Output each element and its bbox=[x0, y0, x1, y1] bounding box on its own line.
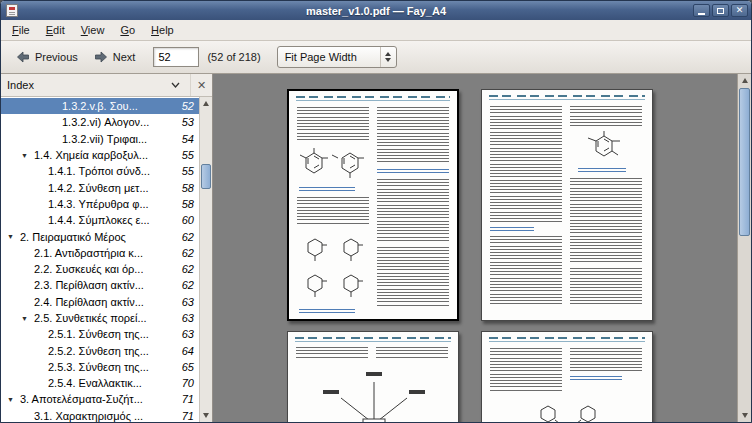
toc-item[interactable]: 2.4. Περίθλαση ακτίν...63 bbox=[1, 294, 199, 310]
toc-item-page: 52 bbox=[174, 100, 194, 112]
toc-tree: 1.3.2.v.β. Σου...521.3.2.vi) Αλογον...53… bbox=[1, 97, 199, 422]
expander-icon[interactable]: ▼ bbox=[21, 315, 34, 322]
pdf-page[interactable] bbox=[287, 331, 459, 422]
toc-item-label: 2.5.1. Σύνθεση της... bbox=[48, 328, 149, 340]
toc-item[interactable]: 2.5.1. Σύνθεση της...63 bbox=[1, 326, 199, 342]
document-view[interactable] bbox=[213, 74, 737, 422]
pdf-document-icon bbox=[6, 4, 18, 17]
minimize-button[interactable] bbox=[693, 4, 710, 17]
toc-item-page: 63 bbox=[174, 312, 194, 324]
scroll-down-button[interactable] bbox=[738, 409, 751, 422]
figure-caption-lines bbox=[490, 227, 534, 232]
toc-item-page: 58 bbox=[174, 198, 194, 210]
toc-item[interactable]: 1.3.2.vi) Αλογον...53 bbox=[1, 114, 199, 130]
pdf-page[interactable] bbox=[481, 89, 653, 321]
toc-item-page: 62 bbox=[174, 263, 194, 275]
close-icon: ✕ bbox=[736, 6, 744, 15]
chemical-structure-figure bbox=[580, 130, 636, 166]
menu-edit[interactable]: Edit bbox=[38, 21, 73, 39]
sidebar: Index ✕ 1.3.2.v.β. Σου...521.3.2.vi) Αλο… bbox=[1, 74, 213, 422]
titlebar[interactable]: master_v1.0.pdf — Fay_A4 ✕ bbox=[1, 1, 751, 20]
toc-item-label: 1.3.2.vi) Αλογον... bbox=[62, 116, 149, 128]
maximize-button[interactable] bbox=[712, 4, 729, 17]
menu-help[interactable]: Help bbox=[143, 21, 182, 39]
toc-item[interactable]: 1.3.2.v.β. Σου...52 bbox=[1, 98, 199, 114]
chemical-structure-figure bbox=[512, 392, 624, 422]
menubar: File Edit View Go Help bbox=[1, 20, 751, 41]
sidebar-scroll-thumb[interactable] bbox=[201, 164, 211, 189]
toc-item[interactable]: 1.4.3. Υπέρυθρα φ...58 bbox=[1, 196, 199, 212]
page-text-lines bbox=[490, 236, 562, 304]
window-title: master_v1.0.pdf — Fay_A4 bbox=[1, 5, 751, 17]
maximize-icon bbox=[717, 8, 724, 14]
toc-item-page: 55 bbox=[174, 165, 194, 177]
toc-item-label: 1.3.2.vii) Τριφαι... bbox=[62, 133, 147, 145]
toc-item[interactable]: 3.1. Χαρακτηρισμός ...71 bbox=[1, 408, 199, 422]
page-text-lines bbox=[377, 107, 449, 165]
sidebar-close-icon: ✕ bbox=[197, 79, 206, 92]
toc-item[interactable]: 1.4.1. Τρόποι σύνδ...55 bbox=[1, 163, 199, 179]
figure-caption-lines bbox=[578, 168, 626, 173]
toc-item[interactable]: ▼2.5. Συνθετικές πορεί...63 bbox=[1, 310, 199, 326]
zoom-combobox[interactable]: Fit Page Width bbox=[277, 46, 397, 68]
scroll-down-icon bbox=[742, 413, 748, 418]
previous-page-button[interactable]: Previous bbox=[8, 47, 86, 67]
toc-item-label: 3.1. Χαρακτηρισμός ... bbox=[34, 410, 143, 422]
toc-item[interactable]: 1.4.2. Σύνθεση μετ...58 bbox=[1, 179, 199, 195]
sidebar-view-dropdown[interactable]: Index bbox=[1, 74, 190, 96]
scroll-up-button[interactable] bbox=[200, 97, 212, 110]
next-label: Next bbox=[113, 51, 136, 63]
toc-item[interactable]: 2.5.2. Σύνθεση της...64 bbox=[1, 342, 199, 358]
toc-item-label: 1.4.3. Υπέρυθρα φ... bbox=[48, 198, 149, 210]
page-number-input[interactable] bbox=[153, 47, 199, 67]
expander-icon[interactable]: ▼ bbox=[7, 396, 20, 403]
page-text-lines bbox=[570, 106, 642, 128]
combo-spin-icons bbox=[380, 47, 396, 67]
page-text-lines bbox=[296, 347, 368, 359]
toc-item[interactable]: 1.4.4. Σύμπλοκες ε...60 bbox=[1, 212, 199, 228]
toc-item[interactable]: ▼1.4. Χημεία καρβοξυλ...55 bbox=[1, 147, 199, 163]
toolbar: Previous Next (52 of 218) Fit Page Width bbox=[1, 41, 751, 74]
toc-item[interactable]: 2.1. Αντιδραστήρια κ...62 bbox=[1, 245, 199, 261]
pdf-page[interactable] bbox=[481, 331, 653, 422]
toc-item-page: 71 bbox=[174, 410, 194, 422]
toc-item[interactable]: 2.5.3. Σύνθεση της...65 bbox=[1, 359, 199, 375]
toc-item[interactable]: ▼3. Αποτελέσματα-Συζήτ...71 bbox=[1, 391, 199, 407]
figure-caption-lines bbox=[299, 309, 355, 314]
toc-item-label: 2.4. Περίθλαση ακτίν... bbox=[34, 296, 144, 308]
toc-item-page: 62 bbox=[174, 279, 194, 291]
page-header-rule bbox=[295, 336, 451, 342]
menu-go[interactable]: Go bbox=[112, 21, 143, 39]
page-text-lines bbox=[376, 347, 448, 359]
scroll-up-button[interactable] bbox=[738, 74, 751, 87]
next-page-button[interactable]: Next bbox=[86, 47, 144, 67]
pdf-page-current[interactable] bbox=[287, 89, 459, 321]
figure-caption-lines bbox=[377, 169, 449, 174]
expander-icon[interactable]: ▼ bbox=[7, 233, 20, 240]
sidebar-scrollbar[interactable] bbox=[199, 97, 212, 422]
close-button[interactable]: ✕ bbox=[731, 4, 748, 17]
toc-item[interactable]: 2.3. Περίθλαση ακτίν...62 bbox=[1, 277, 199, 293]
toc-item-page: 63 bbox=[174, 296, 194, 308]
toc-item-page: 63 bbox=[174, 328, 194, 340]
sidebar-close-button[interactable]: ✕ bbox=[190, 74, 212, 96]
toc-item[interactable]: ▼2. Πειραματικό Μέρος62 bbox=[1, 228, 199, 244]
pdf-viewer-window: master_v1.0.pdf — Fay_A4 ✕ File Edit Vie… bbox=[0, 0, 752, 423]
toc-item-page: 54 bbox=[174, 133, 194, 145]
page-text-lines bbox=[297, 107, 369, 141]
toc-item[interactable]: 2.5.4. Εναλλακτικ...70 bbox=[1, 375, 199, 391]
next-icon bbox=[94, 51, 108, 63]
document-scrollbar[interactable] bbox=[737, 74, 751, 422]
toc-item[interactable]: 1.3.2.vii) Τριφαι...54 bbox=[1, 131, 199, 147]
scroll-down-button[interactable] bbox=[200, 409, 212, 422]
document-scroll-thumb[interactable] bbox=[739, 88, 750, 236]
scroll-up-icon bbox=[742, 78, 748, 83]
toc-item[interactable]: 2.2. Συσκευές και όρ...62 bbox=[1, 261, 199, 277]
toc-item-label: 2.5.4. Εναλλακτικ... bbox=[48, 377, 142, 389]
menu-file[interactable]: File bbox=[4, 21, 38, 39]
page-text-lines bbox=[570, 348, 642, 374]
sidebar-title: Index bbox=[7, 79, 171, 91]
expander-icon[interactable]: ▼ bbox=[21, 152, 34, 159]
toc-item-page: 65 bbox=[174, 361, 194, 373]
menu-view[interactable]: View bbox=[73, 21, 113, 39]
